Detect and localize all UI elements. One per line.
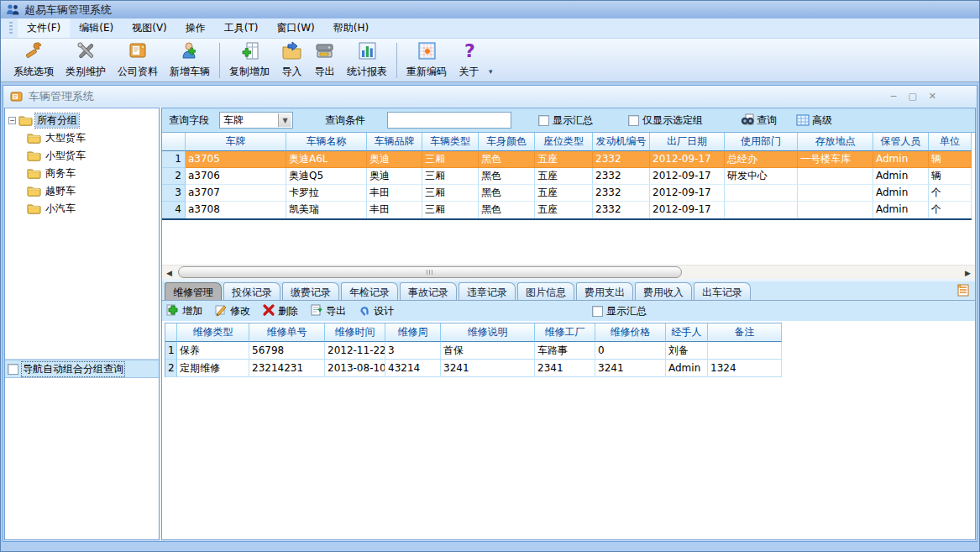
column-header-车辆名称[interactable]: 车辆名称 bbox=[286, 133, 367, 151]
toolbar-button-统计报表[interactable]: 统计报表 bbox=[341, 40, 393, 81]
detail-toolbar: 增加修改删除导出设计 显示汇总 bbox=[162, 301, 975, 321]
show-summary-checkbox[interactable] bbox=[538, 115, 549, 126]
tab-违章记录[interactable]: 违章记录 bbox=[459, 282, 516, 300]
detail-button-增加[interactable]: 增加 bbox=[166, 303, 202, 319]
column-header-存放地点[interactable]: 存放地点 bbox=[798, 133, 873, 151]
column-header-维修单号[interactable]: 维修单号 bbox=[249, 323, 325, 342]
tree-item-4[interactable]: 越野车 bbox=[8, 182, 157, 200]
menu-item-3[interactable]: 视图(V) bbox=[123, 18, 176, 38]
menu-item-5[interactable]: 工具(T) bbox=[215, 18, 268, 38]
column-header-车辆类型[interactable]: 车辆类型 bbox=[422, 133, 479, 151]
minimize-button[interactable]: ─ bbox=[891, 91, 897, 102]
nav-auto-group-checkbox[interactable] bbox=[8, 364, 18, 375]
toolbar-button-重新编码[interactable]: 重新编码 bbox=[401, 40, 453, 81]
detail-button-删除[interactable]: 删除 bbox=[262, 303, 298, 319]
menu-item-6[interactable]: 窗口(W) bbox=[268, 18, 324, 38]
tree-item-root[interactable]: −所有分组 bbox=[8, 112, 157, 129]
menu-gripper[interactable] bbox=[9, 22, 13, 35]
toolbar-button-label: 复制增加 bbox=[229, 65, 270, 79]
table-cell: 2012-09-17 bbox=[650, 151, 725, 168]
tab-费用支出[interactable]: 费用支出 bbox=[576, 282, 633, 300]
tab-维修管理[interactable]: 维修管理 bbox=[165, 282, 222, 300]
detail-button-修改[interactable]: 修改 bbox=[214, 303, 250, 319]
table-row[interactable]: 3a3707卡罗拉丰田三厢黑色五座23322012-09-17Admin个 bbox=[162, 185, 975, 202]
nav-auto-group-label[interactable]: 导航自动组合分组查询 bbox=[22, 362, 124, 376]
tab-投保记录[interactable]: 投保记录 bbox=[223, 282, 280, 300]
toolbar-button-关于[interactable]: ?关于 bbox=[453, 40, 485, 81]
column-header-维修时间[interactable]: 维修时间 bbox=[325, 323, 385, 342]
advanced-button[interactable]: 高级 bbox=[795, 113, 832, 128]
toolbar-button-系统选项[interactable]: 系统选项 bbox=[8, 40, 60, 81]
column-header-出厂日期[interactable]: 出厂日期 bbox=[650, 133, 725, 151]
table-cell: 刘备 bbox=[666, 342, 708, 360]
tree-item-3[interactable]: 商务车 bbox=[8, 165, 157, 182]
only-selected-group-checkbox[interactable] bbox=[628, 115, 639, 126]
grid-corner-cell bbox=[162, 133, 186, 151]
table-row[interactable]: 2a3706奥迪Q5奥迪三厢黑色五座23322012-09-17研发中心Admi… bbox=[162, 168, 975, 185]
scrollbar-thumb[interactable] bbox=[178, 266, 682, 278]
tree-collapse-icon[interactable]: − bbox=[8, 117, 16, 124]
maximize-button[interactable]: ▢ bbox=[908, 91, 916, 102]
menu-item-1[interactable]: 文件(F) bbox=[18, 18, 70, 38]
scroll-right-icon[interactable]: ▶ bbox=[961, 265, 975, 280]
search-button[interactable]: 查询 bbox=[740, 113, 777, 128]
table-row[interactable]: 2定期维修232142312013-08-1043214324123413241… bbox=[165, 360, 782, 377]
column-header-单位[interactable]: 单位 bbox=[929, 133, 972, 151]
tab-事故记录[interactable]: 事故记录 bbox=[400, 282, 457, 300]
close-button[interactable]: ✕ bbox=[929, 91, 936, 102]
tab-list-button[interactable] bbox=[954, 282, 971, 298]
binoculars-icon bbox=[740, 113, 755, 128]
tab-图片信息[interactable]: 图片信息 bbox=[517, 282, 574, 300]
column-header-使用部门[interactable]: 使用部门 bbox=[725, 133, 798, 151]
detail-button-导出[interactable]: 导出 bbox=[310, 303, 346, 319]
import-icon bbox=[281, 40, 302, 64]
table-cell: 3 bbox=[385, 342, 441, 360]
column-header-经手人[interactable]: 经手人 bbox=[666, 323, 708, 342]
table-cell: 凯美瑞 bbox=[286, 202, 367, 218]
menu-item-2[interactable]: 编辑(E) bbox=[70, 18, 123, 38]
tree-item-label: 商务车 bbox=[44, 166, 77, 181]
table-row[interactable]: 1保养567982012-11-223首保车路事0刘备 bbox=[165, 342, 782, 360]
column-header-保管人员[interactable]: 保管人员 bbox=[873, 133, 929, 151]
tab-费用收入[interactable]: 费用收入 bbox=[635, 282, 692, 300]
detail-button-设计[interactable]: 设计 bbox=[358, 303, 394, 319]
tab-缴费记录[interactable]: 缴费记录 bbox=[282, 282, 339, 300]
detail-show-summary-checkbox[interactable] bbox=[592, 306, 603, 317]
toolbar-button-新增车辆[interactable]: 新增车辆 bbox=[164, 40, 216, 81]
table-cell: 奥迪A6L bbox=[286, 151, 367, 168]
tree-item-1[interactable]: 大型货车 bbox=[8, 129, 157, 147]
table-cell: 2332 bbox=[593, 168, 650, 185]
column-header-维修周[interactable]: 维修周 bbox=[385, 323, 441, 342]
column-header-座位类型[interactable]: 座位类型 bbox=[535, 133, 593, 151]
tab-出车记录[interactable]: 出车记录 bbox=[694, 282, 751, 300]
table-row[interactable]: 1a3705奥迪A6L奥迪三厢黑色五座23322012-09-17总经办一号楼车… bbox=[162, 151, 975, 168]
chevron-down-icon[interactable]: ▼ bbox=[278, 113, 291, 127]
toolbar-overflow-icon[interactable]: ▾ bbox=[487, 66, 495, 77]
column-header-车身颜色[interactable]: 车身颜色 bbox=[479, 133, 535, 151]
column-header-车牌[interactable]: 车牌 bbox=[186, 133, 286, 151]
menu-item-4[interactable]: 操作 bbox=[176, 18, 215, 38]
column-header-发动机编号[interactable]: 发动机编号 bbox=[593, 133, 650, 151]
scroll-left-icon[interactable]: ◀ bbox=[162, 265, 176, 280]
toolbar-button-类别维护[interactable]: 类别维护 bbox=[60, 40, 112, 81]
tree-item-5[interactable]: 小汽车 bbox=[8, 200, 157, 218]
tab-年检记录[interactable]: 年检记录 bbox=[341, 282, 398, 300]
column-header-维修价格[interactable]: 维修价格 bbox=[595, 323, 666, 342]
table-row[interactable]: 4a3708凯美瑞丰田三厢黑色五座23322012-09-17Admin个 bbox=[162, 202, 975, 218]
menu-item-7[interactable]: 帮助(H) bbox=[324, 18, 378, 38]
tree-item-2[interactable]: 小型货车 bbox=[8, 147, 157, 165]
toolbar-button-导出[interactable]: 导出 bbox=[308, 40, 341, 81]
horizontal-scrollbar[interactable]: ◀ ▶ bbox=[162, 265, 975, 279]
column-header-备注[interactable]: 备注 bbox=[708, 323, 782, 342]
query-condition-input[interactable] bbox=[387, 112, 511, 129]
table-cell: 2012-09-17 bbox=[650, 168, 725, 185]
toolbar-button-导入[interactable]: 导入 bbox=[275, 40, 308, 81]
toolbar-button-复制增加[interactable]: 复制增加 bbox=[223, 40, 275, 81]
export-icon bbox=[314, 40, 335, 64]
toolbar-button-公司资料[interactable]: 公司资料 bbox=[112, 40, 164, 81]
column-header-维修说明[interactable]: 维修说明 bbox=[441, 323, 535, 342]
column-header-维修类型[interactable]: 维修类型 bbox=[177, 323, 249, 342]
column-header-车辆品牌[interactable]: 车辆品牌 bbox=[367, 133, 422, 151]
column-header-维修工厂[interactable]: 维修工厂 bbox=[535, 323, 595, 342]
query-field-select[interactable]: 车牌 ▼ bbox=[219, 112, 293, 129]
